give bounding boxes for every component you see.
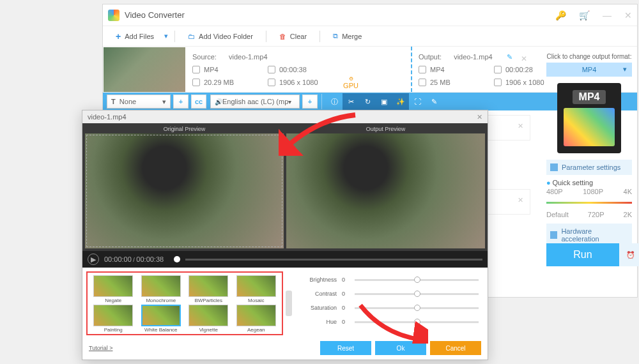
format-icon [419,66,426,73]
effect-white-balance[interactable]: White Balance [138,305,185,333]
clock-icon [268,66,275,73]
app-title: Video Converter [125,10,555,20]
quick-setting-label: Quick setting [552,179,593,186]
effects-grid: Negate Monochrome BWParticles Mosaic Pai… [86,271,283,335]
ok-button[interactable]: Ok [375,341,426,355]
add-files-dropdown[interactable]: ▾ [164,32,168,40]
quality-ticks-top: 480P1080P4K [546,188,632,195]
video-thumbnail[interactable] [104,47,185,92]
queue-close-button[interactable]: ✕ [518,122,523,130]
row-close-button[interactable]: ✕ [521,54,527,63]
playback-bar: ▶ 00:00:00 / 00:00:38 [82,251,488,268]
right-panel: Click to change output format: MP4▾ MP4 … [541,48,637,266]
cc-button[interactable]: cc [191,95,206,109]
sliders-icon [550,163,558,171]
dialog-close-button[interactable]: ✕ [477,113,482,121]
clock-icon [494,66,502,73]
quality-slider[interactable] [546,198,632,208]
parameter-settings-button[interactable]: Parameter settings [546,160,632,175]
effect-icon[interactable]: ✨ [392,93,409,110]
output-preview [286,133,485,248]
effect-painting[interactable]: Painting [90,305,137,333]
schedule-button[interactable]: ⏰ [619,243,639,266]
queue-close-button[interactable]: ✕ [518,196,523,204]
cart-icon[interactable]: 🛒 [579,10,590,20]
seek-track[interactable] [185,259,482,261]
output-format-button[interactable]: MP4▾ [546,63,632,77]
gpu-badge: ⚙GPU [343,76,358,89]
contrast-slider[interactable] [355,293,479,295]
hue-slider[interactable] [355,321,479,323]
run-button[interactable]: Run [546,243,619,266]
source-panel: Source: video-1.mp4 MP4 00:00:38 20.29 M… [186,47,412,92]
playback-time: 00:00:00 / 00:00:38 [104,255,164,263]
cancel-button[interactable]: Cancel [430,341,481,355]
play-button[interactable]: ▶ [88,254,99,265]
add-folder-button[interactable]: 🗀Add Video Folder [181,30,259,43]
effect-aegean[interactable]: Aegean [233,305,280,333]
effect-vignette[interactable]: Vignette [185,305,232,333]
rotate-icon[interactable]: ↻ [359,93,376,110]
trash-icon: 🗑 [279,33,286,40]
add-files-button[interactable]: +Add Files [109,29,160,44]
merge-button[interactable]: ⧉Merge [327,29,368,43]
merge-icon: ⧉ [333,32,338,40]
output-preview-label: Output Preview [286,126,485,132]
tutorial-link[interactable]: Tutorial > [89,345,112,351]
preview-row: Original Preview Output Preview [82,123,488,251]
effect-bwparticles[interactable]: BWParticles [185,275,232,303]
plus-icon: + [116,31,121,42]
trim-icon[interactable]: ✂ [343,93,359,110]
chip-icon [550,231,557,239]
close-button[interactable]: ✕ [624,10,632,20]
effect-dialog: video-1.mp4 ✕ Original Preview Output Pr… [82,110,488,360]
format-label: Click to change output format: [546,53,632,60]
output-file: video-1.mp4 [454,53,493,61]
dialog-title: video-1.mp4 [88,113,127,121]
adjustment-sliders: Brightness0 Contrast0 Saturation0 Hue0 [296,271,484,335]
app-logo-icon [108,10,119,21]
key-icon[interactable]: 🔑 [555,10,566,20]
res-icon [268,79,275,86]
size-icon [419,79,426,86]
crop-icon[interactable]: ▣ [376,93,392,110]
format-thumbnail[interactable]: MP4 [557,83,621,153]
add-subtitle-button[interactable]: + [173,95,189,109]
edit-output-icon[interactable]: ✎ [507,53,512,61]
info-icon[interactable]: ⓘ [326,93,343,110]
quality-ticks-bottom: Default720P2K [546,211,632,218]
effect-mosaic[interactable]: Mosaic [233,275,280,303]
toolbar: +Add Files ▾ 🗀Add Video Folder 🗑Clear ⧉M… [103,26,637,47]
playhead[interactable] [174,256,180,262]
effects-scrollbar[interactable] [286,291,292,316]
minimize-button[interactable]: — [603,10,612,20]
res-icon [494,79,502,86]
edit-icon[interactable]: ✎ [426,93,442,110]
reset-button[interactable]: Reset [320,341,371,355]
effect-negate[interactable]: Negate [90,275,137,303]
original-preview-label: Original Preview [85,126,284,132]
clear-button[interactable]: 🗑Clear [273,30,313,43]
folder-icon: 🗀 [188,33,195,40]
brightness-slider[interactable] [355,279,479,281]
saturation-slider[interactable] [355,307,479,309]
original-preview [85,133,284,248]
effect-monochrome[interactable]: Monochrome [138,275,185,303]
titlebar: Video Converter 🔑 🛒 — ✕ [103,4,637,26]
chevron-down-icon: ▾ [623,65,627,73]
size-icon [192,79,200,86]
source-file: video-1.mp4 [229,53,268,61]
audio-select[interactable]: 🔊 English aac (LC) (mp▾ [210,95,300,109]
format-icon [192,66,200,73]
watermark-icon[interactable]: ⛶ [409,93,426,110]
subtitle-select[interactable]: T None▾ [107,95,171,109]
add-audio-button[interactable]: + [302,95,318,109]
